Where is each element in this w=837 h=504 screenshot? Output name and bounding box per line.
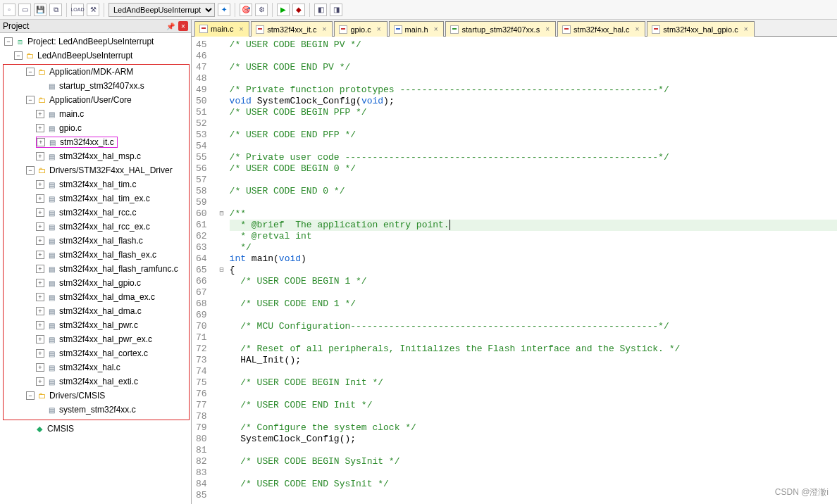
file-hal-cortex[interactable]: +▤stm32f4xx_hal_cortex.c	[33, 346, 189, 360]
file-hal-pwr-ex[interactable]: +▤stm32f4xx_hal_pwr_ex.c	[33, 332, 189, 346]
target-select[interactable]: LedAndBeepUseInterrupt	[108, 3, 215, 17]
tab-gpio-c[interactable]: gpio.c×	[334, 21, 387, 37]
close-panel-icon[interactable]: ×	[178, 21, 188, 31]
tree-target[interactable]: −🗀 LedAndBeepUseInterrupt	[11, 49, 191, 63]
file-startup[interactable]: ▤ startup_stm32f407xx.s	[33, 79, 189, 93]
folder-app-user-core[interactable]: −🗀 Application/User/Core	[23, 93, 189, 107]
tb-tool2-icon[interactable]: ◨	[330, 4, 342, 16]
project-panel: Project 📌 × −⧈ Project: LedAndBeepUseInt…	[0, 20, 192, 504]
close-tab-icon[interactable]: ×	[377, 25, 381, 33]
fold-column[interactable]: ⊟⊟	[217, 37, 227, 504]
doc-icon	[394, 25, 402, 34]
toolbar: ▫ ▭ 💾 ⧉ LOAD ⚒ LedAndBeepUseInterrupt ✦ …	[0, 0, 837, 20]
tb-debug-icon[interactable]: ▶	[277, 4, 290, 16]
file-icon: ▤	[46, 292, 57, 302]
close-tab-icon[interactable]: ×	[239, 25, 243, 33]
file-hal-gpio[interactable]: +▤stm32f4xx_hal_gpio.c	[33, 276, 189, 290]
doc-icon	[450, 25, 459, 34]
file-icon: ▤	[46, 320, 57, 330]
tab-stm32f4xx_hal_gpio-c[interactable]: stm32f4xx_hal_gpio.c×	[647, 21, 754, 37]
tb-stop-icon[interactable]: ◆	[292, 4, 305, 16]
highlighted-group: −🗀 Application/MDK-ARM ▤ startup_stm32f4…	[3, 64, 190, 420]
tb-saveall-icon[interactable]: ⧉	[49, 4, 62, 16]
folder-icon: 🗀	[36, 165, 47, 175]
folder-drv-cmsis[interactable]: −🗀 Drivers/CMSIS	[23, 389, 189, 403]
code-editor[interactable]: 4546474849505152535455565758596061626364…	[192, 37, 837, 504]
file-icon: ▤	[46, 363, 57, 372]
file-main-c[interactable]: +▤ main.c	[33, 107, 189, 121]
file-system[interactable]: ▤ system_stm32f4xx.c	[33, 403, 189, 417]
tab-stm32f4xx_hal-c[interactable]: stm32f4xx_hal.c×	[557, 21, 645, 37]
file-icon: ▤	[46, 334, 57, 344]
folder-icon: 🗀	[36, 391, 47, 401]
tab-main-h[interactable]: main.h×	[389, 21, 445, 37]
file-icon: ▤	[46, 123, 57, 133]
tb-target-icon[interactable]: 🎯	[240, 4, 252, 16]
folder-cmsis[interactable]: ◆ CMSIS	[21, 422, 191, 436]
file-icon: ▤	[46, 306, 57, 316]
file-hal-flash-ramfunc[interactable]: +▤stm32f4xx_hal_flash_ramfunc.c	[33, 262, 189, 276]
tb-wand-icon[interactable]: ✦	[218, 4, 230, 16]
close-tab-icon[interactable]: ×	[323, 25, 327, 33]
file-hal-tim[interactable]: +▤stm32f4xx_hal_tim.c	[33, 177, 189, 191]
doc-icon	[199, 25, 208, 33]
tb-load-icon[interactable]: LOAD	[71, 4, 84, 16]
project-panel-header: Project 📌 ×	[0, 20, 191, 33]
tab-main-c[interactable]: main.c×	[194, 21, 249, 37]
file-hal-rcc[interactable]: +▤stm32f4xx_hal_rcc.c	[33, 206, 189, 220]
file-icon: ▤	[46, 264, 57, 274]
file-hal-tim-ex[interactable]: +▤stm32f4xx_hal_tim_ex.c	[33, 191, 189, 206]
doc-icon	[256, 25, 264, 34]
tab-stm32f4xx_it-c[interactable]: stm32f4xx_it.c×	[251, 21, 333, 37]
file-icon: ▤	[46, 278, 57, 288]
folder-app-mdk[interactable]: −🗀 Application/MDK-ARM	[23, 65, 189, 79]
file-hal[interactable]: +▤stm32f4xx_hal.c	[33, 360, 189, 374]
folder-icon: 🗀	[36, 95, 47, 105]
file-hal-flash-ex[interactable]: +▤stm32f4xx_hal_flash_ex.c	[33, 248, 189, 262]
project-tree[interactable]: −⧈ Project: LedAndBeepUseInterrupt −🗀 Le…	[0, 33, 191, 504]
file-hal-flash[interactable]: +▤stm32f4xx_hal_flash.c	[33, 234, 189, 248]
pin-icon[interactable]: 📌	[166, 21, 175, 31]
code-body[interactable]: /* USER CODE BEGIN PV *//* USER CODE END…	[227, 37, 837, 504]
tb-build-icon[interactable]: ⚒	[87, 4, 99, 16]
tab-startup_stm32f407xx-s[interactable]: startup_stm32f407xx.s×	[445, 21, 556, 37]
file-icon: ▤	[46, 236, 57, 246]
file-hal-rcc-ex[interactable]: +▤stm32f4xx_hal_rcc_ex.c	[33, 220, 189, 234]
file-hal-msp[interactable]: +▤ stm32f4xx_hal_msp.c	[33, 149, 189, 163]
file-hal-dma[interactable]: +▤stm32f4xx_hal_dma.c	[33, 304, 189, 318]
file-hal-dma-ex[interactable]: +▤stm32f4xx_hal_dma_ex.c	[33, 290, 189, 304]
folder-drv-hal[interactable]: −🗀 Drivers/STM32F4xx_HAL_Driver	[23, 163, 189, 177]
file-it-c[interactable]: +▤ stm32f4xx_it.c	[33, 135, 189, 149]
editor-area: main.c×stm32f4xx_it.c×gpio.c×main.h×star…	[192, 20, 837, 504]
file-hal-pwr[interactable]: +▤stm32f4xx_hal_pwr.c	[33, 318, 189, 332]
tb-new-icon[interactable]: ▫	[3, 4, 16, 16]
tb-save-icon[interactable]: 💾	[34, 4, 46, 16]
file-icon: ▤	[46, 194, 57, 203]
file-icon: ▤	[46, 81, 57, 91]
close-tab-icon[interactable]: ×	[545, 25, 550, 33]
close-tab-icon[interactable]: ×	[635, 25, 639, 33]
file-hal-exti[interactable]: +▤stm32f4xx_hal_exti.c	[33, 374, 189, 389]
doc-icon	[562, 25, 571, 34]
close-tab-icon[interactable]: ×	[744, 25, 748, 33]
tree-root[interactable]: −⧈ Project: LedAndBeepUseInterrupt	[1, 34, 191, 49]
project-icon: ⧈	[14, 37, 25, 46]
folder-icon: 🗀	[24, 51, 35, 61]
tb-tool1-icon[interactable]: ◧	[314, 4, 327, 16]
tb-options-icon[interactable]: ⚙	[255, 4, 268, 16]
tabstrip: main.c×stm32f4xx_it.c×gpio.c×main.h×star…	[192, 20, 837, 37]
file-icon: ▤	[46, 377, 57, 386]
file-icon: ▤	[46, 250, 57, 260]
line-gutter: 4546474849505152535455565758596061626364…	[192, 37, 217, 504]
file-icon: ▤	[46, 405, 57, 415]
folder-icon: 🗀	[36, 67, 47, 77]
file-icon: ▤	[46, 222, 57, 232]
file-gpio-c[interactable]: +▤ gpio.c	[33, 121, 189, 135]
tb-open-icon[interactable]: ▭	[18, 4, 31, 16]
file-icon: ▤	[46, 179, 57, 189]
file-icon: ▤	[46, 208, 57, 218]
doc-icon	[652, 25, 660, 34]
file-icon: ▤	[46, 151, 57, 161]
watermark: CSDN @澄澈i	[775, 486, 829, 498]
close-tab-icon[interactable]: ×	[434, 25, 438, 33]
